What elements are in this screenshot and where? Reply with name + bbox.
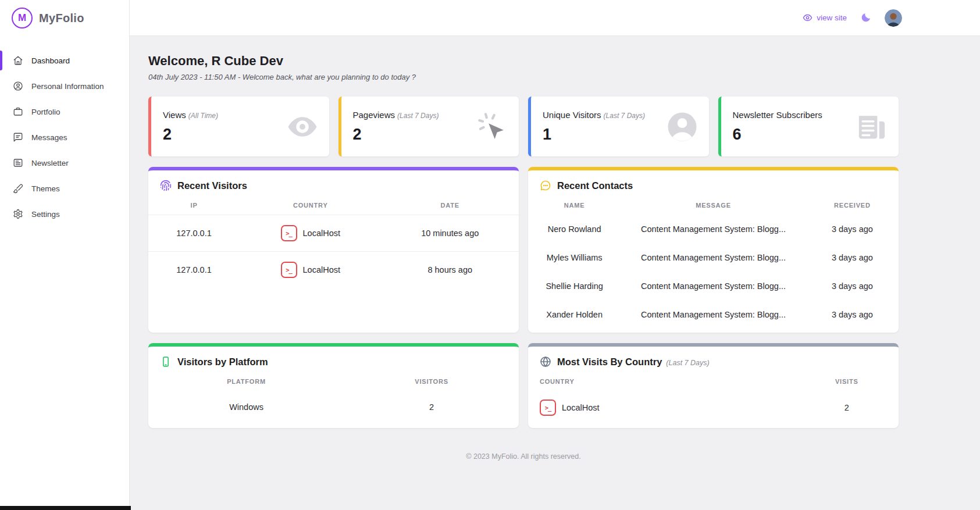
country-visits: 2 xyxy=(795,391,899,425)
contact-name: Shellie Harding xyxy=(528,272,621,300)
sidebar-item-settings[interactable]: Settings xyxy=(0,201,129,227)
column-header: MESSAGE xyxy=(621,196,806,215)
globe-icon xyxy=(540,356,551,368)
stats-row: Views(All Time) 2 Pageviews(Last 7 Days)… xyxy=(148,97,899,156)
cursor-click-icon xyxy=(476,110,508,143)
person-circle-icon xyxy=(13,81,23,91)
platform-visitors: 2 xyxy=(344,391,519,423)
sidebar-nav: Dashboard Personal Information Portfolio… xyxy=(0,36,129,227)
table-header-row: PLATFORM VISITORS xyxy=(148,372,519,391)
brand-name: MyFolio xyxy=(39,12,84,25)
eye-icon xyxy=(803,13,812,23)
contact-received: 3 days ago xyxy=(806,272,899,300)
avatar-image xyxy=(885,9,902,27)
panels-row-2: Visitors by Platform PLATFORM VISITORS xyxy=(148,343,899,428)
visitor-date: 8 hours ago xyxy=(381,252,519,288)
chat-square-icon xyxy=(13,132,23,142)
platform-name: Windows xyxy=(148,391,344,423)
column-header: IP xyxy=(148,196,240,215)
visitor-ip: 127.0.0.1 xyxy=(148,252,240,288)
table-row: 127.0.0.1 >_LocalHost 8 hours ago xyxy=(148,252,519,288)
country-label: LocalHost xyxy=(303,229,340,238)
table-row: Shellie Harding Content Management Syste… xyxy=(528,272,899,300)
country-label: LocalHost xyxy=(562,403,599,412)
column-header: VISITS xyxy=(795,372,899,391)
main-content: Welcome, R Cube Dev 04th July 2023 - 11:… xyxy=(130,36,980,510)
column-header: RECEIVED xyxy=(806,196,899,215)
view-site-link[interactable]: view site xyxy=(803,13,847,23)
recent-contacts-table: NAME MESSAGE RECEIVED Nero Rowland Conte… xyxy=(528,196,899,329)
column-header: NAME xyxy=(528,196,621,215)
sidebar-item-dashboard[interactable]: Dashboard xyxy=(0,48,129,73)
table-row: Myles Williams Content Management System… xyxy=(528,243,899,272)
stat-card-views: Views(All Time) 2 xyxy=(148,97,329,156)
recent-contacts-panel: Recent Contacts NAME MESSAGE RECEIVED xyxy=(528,167,899,333)
gear-icon xyxy=(13,209,23,219)
sidebar-item-themes[interactable]: Themes xyxy=(0,176,129,201)
sidebar-item-newsletter[interactable]: Newsletter xyxy=(0,150,129,176)
dark-mode-toggle[interactable] xyxy=(860,12,872,24)
panel-title: Visitors by Platform xyxy=(177,356,268,368)
user-icon xyxy=(666,110,699,143)
sidebar-item-label: Personal Information xyxy=(31,82,104,91)
table-header-row: NAME MESSAGE RECEIVED xyxy=(528,196,899,215)
user-avatar[interactable] xyxy=(885,9,902,27)
stat-card-pageviews: Pageviews(Last 7 Days) 2 xyxy=(338,97,519,156)
panel-title-sublabel: (Last 7 Days) xyxy=(666,359,709,367)
table-row: Nero Rowland Content Management System: … xyxy=(528,215,899,243)
contact-name: Myles Williams xyxy=(528,243,621,272)
table-row: 127.0.0.1 >_LocalHost 10 minutes ago xyxy=(148,215,519,252)
table-row: >_LocalHost 2 xyxy=(528,391,899,425)
contact-name: Xander Holden xyxy=(528,300,621,329)
fingerprint-icon xyxy=(160,180,172,191)
panel-title: Recent Visitors xyxy=(177,180,247,191)
contact-name: Nero Rowland xyxy=(528,215,621,243)
brush-icon xyxy=(13,183,23,194)
sidebar-item-messages[interactable]: Messages xyxy=(0,124,129,150)
brand-logo-area[interactable]: M MyFolio xyxy=(0,0,129,36)
sidebar-item-label: Dashboard xyxy=(31,56,70,65)
sidebar-item-label: Portfolio xyxy=(31,108,60,116)
eye-icon xyxy=(286,110,319,143)
contact-received: 3 days ago xyxy=(806,300,899,329)
column-header: VISITORS xyxy=(344,372,519,391)
contact-received: 3 days ago xyxy=(806,243,899,272)
terminal-icon: >_ xyxy=(281,225,297,241)
sidebar-item-label: Newsletter xyxy=(31,159,69,167)
moon-icon xyxy=(860,12,872,24)
sidebar-item-label: Themes xyxy=(31,184,60,193)
sidebar-item-portfolio[interactable]: Portfolio xyxy=(0,99,129,124)
panel-title-text: Most Visits By Country xyxy=(557,356,662,368)
welcome-subtitle: 04th July 2023 - 11:50 AM - Welcome back… xyxy=(148,73,899,81)
column-header: COUNTRY xyxy=(240,196,381,215)
stat-value: 2 xyxy=(353,126,439,144)
stat-label: Unique Visitors xyxy=(543,110,601,120)
table-row: Windows 2 xyxy=(148,391,519,423)
stat-value: 1 xyxy=(543,126,645,144)
view-site-label: view site xyxy=(817,13,847,22)
stat-label: Newsletter Subscribers xyxy=(733,110,822,120)
most-visits-by-country-panel: Most Visits By Country (Last 7 Days) COU… xyxy=(528,343,899,428)
sidebar-item-label: Settings xyxy=(31,210,60,219)
panel-title: Most Visits By Country (Last 7 Days) xyxy=(557,356,710,368)
stat-label: Views xyxy=(163,110,186,120)
column-header: COUNTRY xyxy=(528,372,795,391)
table-header-row: COUNTRY VISITS xyxy=(528,372,899,391)
stat-label: Pageviews xyxy=(353,110,395,120)
stat-sublabel: (Last 7 Days) xyxy=(604,112,645,120)
visitor-country: >_LocalHost xyxy=(240,252,381,288)
bottom-edge-strip xyxy=(0,506,131,510)
stat-card-newsletter-subscribers: Newsletter Subscribers 6 xyxy=(718,97,899,156)
stat-card-unique-visitors: Unique Visitors(Last 7 Days) 1 xyxy=(528,97,709,156)
most-visits-by-country-table: COUNTRY VISITS >_LocalHost 2 xyxy=(528,372,899,425)
smartphone-icon xyxy=(160,356,172,368)
sidebar-item-personal-information[interactable]: Personal Information xyxy=(0,73,129,99)
contact-received: 3 days ago xyxy=(806,215,899,243)
stat-sublabel: (Last 7 Days) xyxy=(397,112,439,120)
terminal-icon: >_ xyxy=(540,400,556,416)
panels-row-1: Recent Visitors IP COUNTRY DATE xyxy=(148,167,899,333)
terminal-icon: >_ xyxy=(281,262,297,278)
visitor-country: >_LocalHost xyxy=(240,215,381,252)
sidebar-item-label: Messages xyxy=(31,133,67,142)
panel-title: Recent Contacts xyxy=(557,180,633,191)
